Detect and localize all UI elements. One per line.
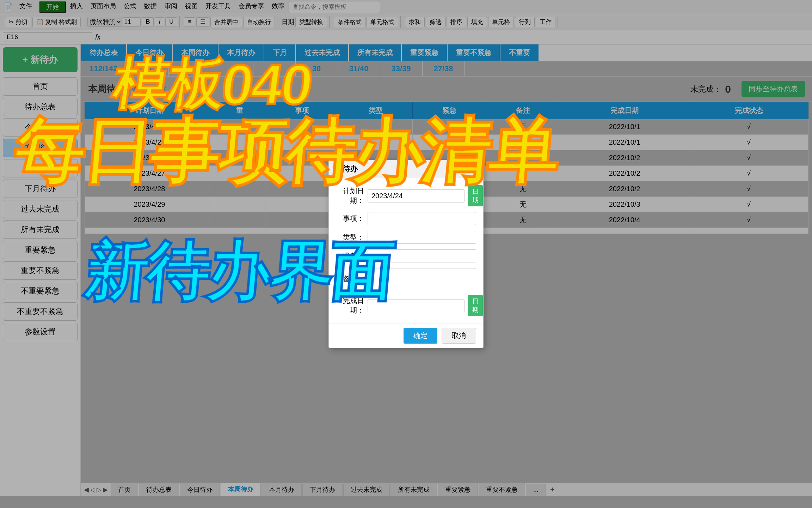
dialog-note-label: 备注：	[336, 274, 364, 284]
dialog-complete-date-btn[interactable]: 日期	[468, 295, 483, 316]
dialog-item-input[interactable]	[368, 212, 476, 225]
dialog-row-date: 计划日期： 日期	[336, 185, 476, 206]
dialog-date-input[interactable]	[368, 189, 465, 202]
dialog-ok-btn[interactable]: 确定	[404, 328, 437, 344]
dialog-date-label: 计划日期：	[336, 186, 364, 205]
dialog-complete-date-label: 完成日期：	[336, 296, 364, 315]
dialog-date-btn[interactable]: 日期	[468, 185, 483, 206]
dialog-title-bar: 新待办 ✕	[329, 160, 483, 178]
dialog-row-complete-date: 完成日期： 日期	[336, 295, 476, 316]
dialog-item-label: 事项：	[336, 214, 364, 223]
dialog-row-note: 备注：	[336, 268, 476, 289]
dialog-body: 计划日期： 日期 事项： 类型： 紧急： 备注： 完成日期：	[329, 178, 483, 323]
dialog-footer: 确定 取消	[329, 323, 483, 348]
dialog-row-urgent: 紧急：	[336, 249, 476, 262]
dialog-urgent-input[interactable]	[368, 249, 476, 262]
dialog-note-input[interactable]	[368, 268, 476, 289]
dialog-type-input[interactable]	[368, 231, 476, 244]
dialog-cancel-btn[interactable]: 取消	[442, 328, 476, 344]
new-todo-dialog: 新待办 ✕ 计划日期： 日期 事项： 类型： 紧急： 备注：	[328, 160, 484, 348]
dialog-urgent-label: 紧急：	[336, 251, 364, 261]
dialog-type-label: 类型：	[336, 232, 364, 242]
dialog-title-text: 新待办	[334, 164, 358, 174]
dialog-overlay: 新待办 ✕ 计划日期： 日期 事项： 类型： 紧急： 备注：	[0, 0, 812, 508]
dialog-complete-date-input[interactable]	[368, 299, 465, 312]
dialog-close-btn[interactable]: ✕	[471, 164, 478, 174]
dialog-row-item: 事项：	[336, 212, 476, 225]
dialog-row-type: 类型：	[336, 231, 476, 244]
